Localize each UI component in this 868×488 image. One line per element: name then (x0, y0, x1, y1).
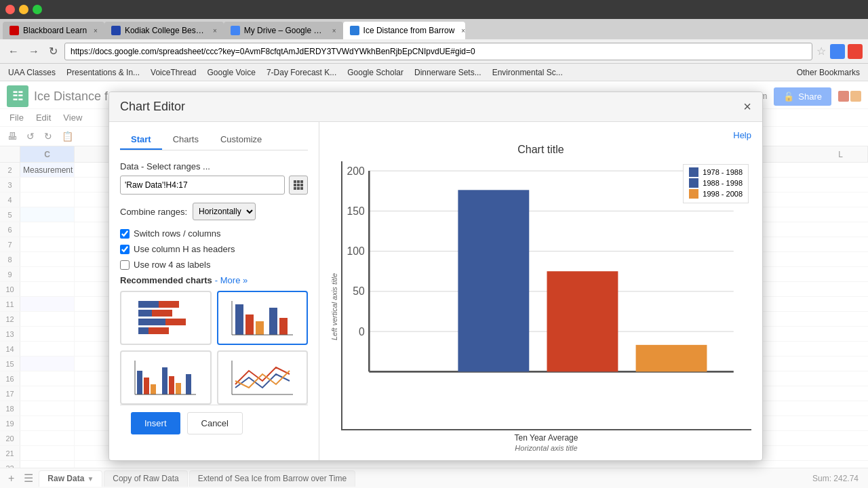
more-link[interactable]: - More » (215, 275, 248, 285)
bookmark-environmental[interactable]: Environmental Sc... (488, 66, 567, 79)
tab-blackboard[interactable]: Blackboard Learn × (3, 22, 104, 39)
browser-tab-bar: Blackboard Learn × Kodiak College Best P… (0, 19, 868, 39)
bookmark-uaa[interactable]: UAA Classes (4, 66, 60, 79)
switch-rows-checkbox[interactable] (120, 229, 130, 239)
refresh-button[interactable]: ↻ (46, 43, 60, 59)
data-section-label: Data - Select ranges ... (120, 161, 308, 171)
help-link[interactable]: Help (733, 130, 751, 140)
bookmark-scholar[interactable]: Google Scholar (343, 66, 408, 79)
legend-label-1988: 1988 - 1998 (703, 179, 743, 187)
svg-rect-7 (297, 187, 300, 190)
svg-rect-3 (294, 184, 296, 186)
h-axis-label: Horizontal axis title (341, 444, 751, 452)
x-axis-label: Ten Year Average (341, 433, 751, 443)
svg-rect-30 (186, 374, 191, 394)
minimize-window-button[interactable] (19, 5, 28, 14)
svg-rect-6 (294, 187, 296, 190)
use-column-label[interactable]: Use column H as headers (134, 244, 235, 254)
svg-rect-10 (138, 301, 159, 308)
legend-item-1978: 1978 - 1988 (689, 167, 743, 177)
svg-text:50: 50 (353, 285, 364, 298)
tab-drive-close[interactable]: × (332, 27, 336, 35)
switch-rows-row: Switch rows / columns (120, 228, 308, 239)
legend-item-1988: 1988 - 1998 (689, 178, 743, 188)
tab-blackboard-label: Blackboard Learn (23, 26, 87, 35)
bookmark-voicethread[interactable]: VoiceThread (146, 66, 200, 79)
ext-icon-1[interactable] (830, 44, 845, 59)
svg-rect-17 (235, 304, 243, 335)
blackboard-favicon (9, 26, 19, 35)
tab-kodiak-close[interactable]: × (213, 27, 217, 35)
kodiak-favicon (111, 26, 121, 35)
window-controls[interactable] (5, 5, 42, 14)
data-range-row (120, 176, 308, 195)
tab-ice-close[interactable]: × (461, 27, 465, 35)
legend-color-1998 (689, 189, 698, 199)
address-input[interactable] (64, 43, 812, 60)
bookmark-other[interactable]: Other Bookmarks (793, 66, 864, 79)
chart-thumb-grouped[interactable] (120, 350, 212, 405)
modal-tab-customize[interactable]: Customize (210, 130, 273, 150)
legend-label-1978: 1978 - 1988 (703, 168, 743, 176)
bookmark-star-button[interactable]: ☆ (816, 45, 826, 58)
bookmark-googlevoice[interactable]: Google Voice (203, 66, 259, 79)
modal-tab-bar: Start Charts Customize (120, 130, 308, 150)
chart-thumb-hbar[interactable] (120, 291, 212, 345)
back-button[interactable]: ← (5, 44, 22, 59)
svg-rect-50 (636, 345, 707, 372)
tab-ice-label: Ice Distance from Barrow (363, 26, 455, 35)
tab-ice[interactable]: Ice Distance from Barrow × (343, 22, 465, 39)
svg-text:100: 100 (347, 245, 365, 258)
svg-rect-48 (458, 190, 529, 371)
chart-editor-modal: Chart Editor × Start Charts Customize Da… (108, 92, 763, 461)
switch-rows-label[interactable]: Switch rows / columns (134, 228, 221, 239)
data-range-input[interactable] (120, 176, 285, 195)
tab-drive[interactable]: My Drive – Google Drive × (224, 22, 343, 39)
extension-icons (830, 44, 863, 59)
data-range-grid-button[interactable] (289, 176, 308, 195)
legend-item-1998: 1998 - 2008 (689, 189, 743, 199)
cancel-button[interactable]: Cancel (187, 412, 243, 434)
tab-kodiak[interactable]: Kodiak College Best Practices × (104, 22, 224, 39)
chart-thumb-line[interactable] (217, 350, 309, 405)
svg-rect-12 (138, 310, 152, 317)
use-column-row: Use column H as headers (120, 244, 308, 254)
modal-tab-charts[interactable]: Charts (162, 130, 210, 150)
svg-rect-4 (297, 184, 300, 186)
insert-button[interactable]: Insert (131, 412, 180, 434)
bookmark-forecast[interactable]: 7-Day Forecast K... (262, 66, 340, 79)
tab-blackboard-close[interactable]: × (94, 27, 98, 35)
forward-button[interactable]: → (26, 44, 42, 59)
line-chart-icon (229, 357, 296, 398)
chart-area: Left vertical axis title (330, 161, 751, 452)
ext-icon-2[interactable] (848, 44, 863, 59)
grouped-bar-chart-icon (132, 357, 199, 398)
title-bar (0, 0, 868, 19)
maximize-window-button[interactable] (33, 5, 42, 14)
use-row-row: Use row 4 as labels (120, 260, 308, 270)
svg-rect-19 (256, 321, 264, 335)
use-column-checkbox[interactable] (120, 245, 130, 254)
svg-rect-21 (279, 318, 288, 335)
use-row-checkbox[interactable] (120, 260, 130, 270)
bookmark-presentations[interactable]: Presentations & In... (62, 66, 144, 79)
chart-thumb-vbar[interactable] (217, 291, 309, 345)
bookmark-dinnerware[interactable]: Dinnerware Sets... (410, 66, 486, 79)
modal-tab-start[interactable]: Start (120, 130, 162, 150)
legend-label-1998: 1998 - 2008 (703, 190, 743, 198)
chart-inner: 200 150 100 50 0 (341, 161, 751, 452)
svg-rect-0 (294, 180, 296, 183)
svg-rect-20 (269, 308, 277, 335)
modal-close-button[interactable]: × (743, 99, 751, 115)
svg-rect-8 (300, 187, 303, 190)
svg-text:200: 200 (347, 164, 365, 177)
use-row-label[interactable]: Use row 4 as labels (134, 260, 210, 270)
address-bar-row: ← → ↻ ☆ (0, 39, 868, 64)
modal-header: Chart Editor × (109, 92, 762, 122)
modal-body: Start Charts Customize Data - Select ran… (109, 122, 762, 460)
modal-footer: Insert Cancel (120, 405, 308, 441)
close-window-button[interactable] (5, 5, 15, 14)
combine-select[interactable]: Horizontally Vertically (193, 203, 256, 220)
bookmarks-bar: UAA Classes Presentations & In... VoiceT… (0, 64, 868, 81)
legend-color-1978 (689, 167, 698, 177)
